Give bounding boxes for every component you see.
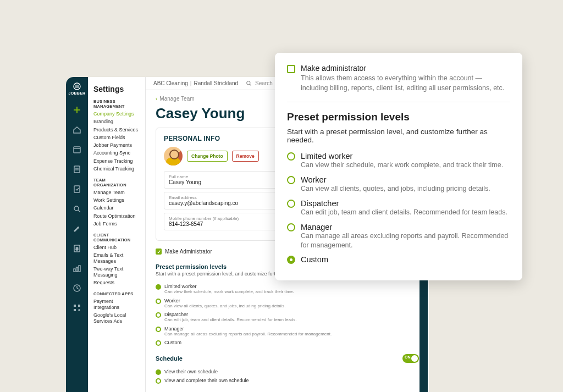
preset-option[interactable]: Custom	[156, 340, 419, 346]
sidebar-link[interactable]: Google's Local Services Ads	[93, 312, 140, 324]
radio-icon	[287, 223, 295, 231]
sidebar-link[interactable]: Calendar	[93, 205, 140, 211]
apps-icon[interactable]	[72, 303, 82, 313]
svg-rect-8	[74, 166, 80, 173]
remove-photo-button[interactable]: Remove	[232, 151, 259, 162]
reports-icon[interactable]	[72, 263, 82, 273]
popover-heading: Preset permission levels	[287, 111, 510, 123]
popover-subtitle: Start with a preset permission level, an…	[287, 128, 510, 144]
schedule-heading: Schedule	[156, 355, 183, 362]
sidebar-link[interactable]: Jobber Payments	[93, 142, 140, 148]
sidebar-link[interactable]: Job Forms	[93, 221, 140, 227]
wrench-icon[interactable]	[72, 224, 82, 234]
popover-preset-option[interactable]: Limited workerCan view their schedule, m…	[287, 152, 510, 170]
avatar	[164, 147, 183, 165]
home-icon[interactable]	[72, 125, 82, 135]
svg-rect-17	[76, 267, 78, 272]
settings-title: Settings	[93, 85, 140, 93]
svg-rect-11	[74, 186, 80, 192]
sidebar-group-label: TEAM ORGANIZATION	[93, 178, 140, 187]
sidebar-link[interactable]: Chemical Tracking	[93, 166, 140, 172]
preset-option[interactable]: Limited workerCan view their schedule, m…	[156, 284, 419, 295]
sidebar-link[interactable]: Accounting Sync	[93, 150, 140, 156]
sidebar-link[interactable]: Route Optimization	[93, 213, 140, 219]
invoice-icon[interactable]: $	[72, 244, 82, 253]
svg-rect-20	[74, 305, 76, 307]
sidebar-group-label: CONNECTED APPS	[93, 291, 140, 296]
popover-make-admin[interactable]: Make administrator This allows them acce…	[287, 64, 510, 93]
checkbox-checked-icon	[156, 249, 162, 255]
popover-preset-option[interactable]: DispatcherCan edit job, team and client …	[287, 199, 510, 217]
schedule-toggle[interactable]: ON	[402, 354, 419, 363]
radio-icon	[156, 369, 161, 375]
sidebar-link[interactable]: Two-way Text Messaging	[93, 266, 140, 278]
svg-point-25	[247, 81, 250, 85]
preset-option[interactable]: ManagerCan manage all areas excluding re…	[156, 326, 419, 337]
calendar-icon[interactable]	[72, 145, 82, 154]
breadcrumb: ABC Cleaning|Randall Strickland	[153, 80, 238, 86]
radio-icon	[156, 378, 161, 384]
checkbox-empty-icon	[287, 65, 295, 73]
radio-icon	[287, 200, 295, 208]
svg-rect-6	[74, 147, 80, 153]
radio-icon	[156, 340, 161, 346]
permissions-popover: Make administrator This allows them acce…	[275, 53, 522, 280]
radio-icon	[287, 256, 295, 264]
sidebar-group-label: CLIENT COMMUNICATION	[93, 233, 140, 242]
svg-line-13	[78, 210, 80, 212]
sidebar-link[interactable]: Payment Integrations	[93, 299, 140, 311]
change-photo-button[interactable]: Change Photo	[187, 151, 228, 162]
popover-preset-option[interactable]: ManagerCan manage all areas excluding re…	[287, 223, 510, 250]
radio-icon	[156, 284, 161, 290]
preset-option[interactable]: WorkerCan view all clients, quotes, and …	[156, 298, 419, 309]
radio-icon	[287, 176, 295, 184]
sidebar-group-label: BUSINESS MANAGEMENT	[93, 99, 140, 109]
nav-rail: JOBBER $	[66, 77, 88, 392]
search-nav-icon[interactable]	[72, 204, 82, 214]
quote-icon[interactable]	[72, 184, 82, 194]
time-icon[interactable]	[72, 283, 82, 293]
svg-rect-16	[74, 269, 75, 272]
sidebar-link[interactable]: Expense Tracking	[93, 158, 140, 164]
preset-option[interactable]: DispatcherCan edit job, team and client …	[156, 312, 419, 323]
sidebar-link[interactable]: Custom Fields	[93, 135, 140, 141]
sidebar-link[interactable]: Client Hub	[93, 245, 140, 251]
radio-icon	[156, 327, 161, 332]
schedule-option[interactable]: View and complete their own schedule	[156, 378, 419, 384]
schedule-radio-list: View their own scheduleView and complete…	[156, 366, 419, 387]
popover-preset-option[interactable]: Custom	[287, 255, 510, 264]
sidebar-link[interactable]: Emails & Text Messages	[93, 252, 140, 264]
svg-rect-22	[74, 309, 76, 311]
popover-preset-option[interactable]: WorkerCan view all clients, quotes, and …	[287, 175, 510, 194]
svg-rect-21	[78, 305, 80, 307]
svg-line-26	[250, 84, 251, 85]
sidebar-link[interactable]: Manage Team	[93, 190, 140, 196]
sidebar-link[interactable]: Branding	[93, 119, 140, 125]
svg-point-12	[74, 206, 79, 211]
radio-icon	[156, 312, 161, 318]
svg-rect-18	[79, 266, 80, 272]
sidebar-link[interactable]: Products & Services	[93, 127, 140, 133]
radio-icon	[156, 299, 161, 304]
sidebar-link[interactable]: Company Settings	[93, 111, 140, 117]
create-icon[interactable]	[72, 105, 82, 115]
schedule-option[interactable]: View their own schedule	[156, 369, 419, 375]
sidebar-link[interactable]: Work Settings	[93, 197, 140, 203]
radio-icon	[287, 152, 295, 161]
sidebar-link[interactable]: Requests	[93, 280, 140, 286]
settings-sidebar: Settings BUSINESS MANAGEMENTCompany Sett…	[88, 77, 146, 392]
brand-logo: JOBBER	[69, 82, 86, 95]
svg-text:$: $	[76, 246, 79, 251]
preset-radio-list: Limited workerCan view their schedule, m…	[156, 281, 419, 349]
checklist-icon[interactable]	[72, 164, 82, 174]
chevron-left-icon: ‹	[156, 96, 157, 102]
